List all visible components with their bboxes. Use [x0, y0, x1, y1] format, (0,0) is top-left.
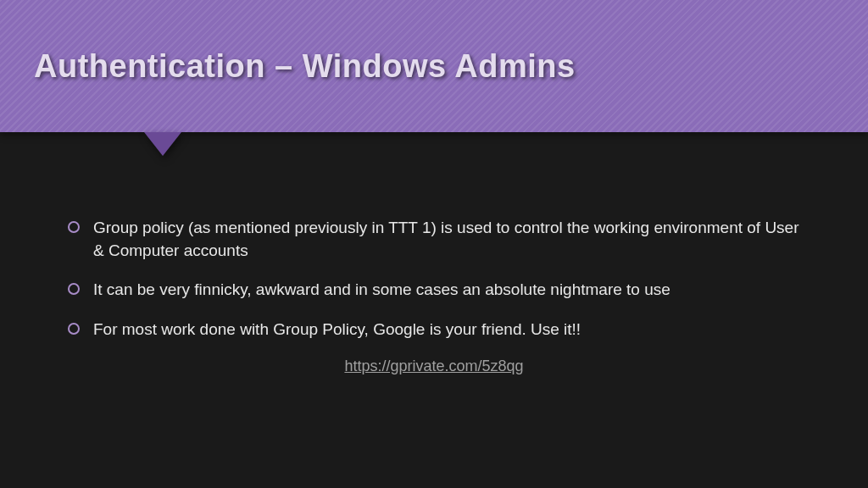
slide-title: Authentication – Windows Admins	[34, 48, 576, 85]
bullet-circle-icon	[68, 221, 80, 233]
external-link[interactable]: https://gprivate.com/5z8qg	[344, 358, 523, 374]
bullet-text: Group policy (as mentioned previously in…	[93, 217, 800, 262]
slide-content: Group policy (as mentioned previously in…	[0, 132, 868, 375]
bullet-list: Group policy (as mentioned previously in…	[68, 217, 800, 341]
bullet-circle-icon	[68, 283, 80, 295]
bullet-text: It can be very finnicky, awkward and in …	[93, 279, 800, 302]
list-item: It can be very finnicky, awkward and in …	[68, 279, 800, 302]
list-item: Group policy (as mentioned previously in…	[68, 217, 800, 262]
link-line: https://gprivate.com/5z8qg	[68, 358, 800, 375]
slide-header: Authentication – Windows Admins	[0, 0, 868, 132]
bullet-text: For most work done with Group Policy, Go…	[93, 319, 800, 341]
list-item: For most work done with Group Policy, Go…	[68, 319, 800, 341]
bullet-circle-icon	[68, 323, 80, 335]
